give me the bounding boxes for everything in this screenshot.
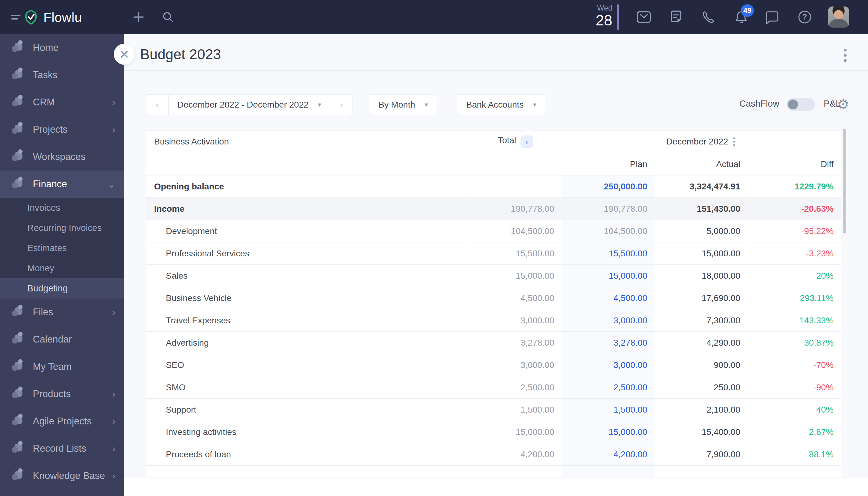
cell-actual: 15,000.00 (655, 243, 748, 265)
sidebar-subitem-money[interactable]: Money (0, 258, 124, 278)
table-header-period: December 2022 (562, 130, 841, 153)
row-name-professional-services: Professional Services (146, 243, 469, 265)
agile-projects-icon (11, 413, 26, 429)
cell-plan[interactable]: 250,000.00 (562, 175, 655, 198)
expand-total-chevron-button[interactable]: › (521, 136, 533, 148)
cell-plan[interactable]: 15,500.00 (562, 243, 655, 265)
phone-icon[interactable] (698, 0, 719, 34)
next-period-button[interactable]: › (330, 95, 352, 115)
accounts-dropdown[interactable]: Bank Accounts ▾ (456, 94, 546, 115)
notes-icon[interactable] (665, 0, 687, 34)
group-by-dropdown[interactable]: By Month ▾ (369, 94, 437, 115)
cell-plan[interactable]: 1,500.00 (562, 399, 655, 421)
sidebar-item-label: Record Lists (33, 443, 112, 454)
cell-plan[interactable]: 4,500.00 (562, 287, 655, 309)
cell-plan[interactable]: 3,000.00 (562, 354, 655, 376)
row-name-sales: Sales (146, 265, 469, 287)
chevron-down-icon: ▾ (533, 101, 536, 109)
period-header-label: December 2022 (666, 137, 728, 146)
calendar-date[interactable]: Wed 28 (586, 0, 612, 34)
sidebar-subitem-budgeting[interactable]: Budgeting (0, 278, 124, 298)
sidebar-subitem-invoices[interactable]: Invoices (0, 198, 124, 218)
workspaces-icon (11, 149, 26, 165)
sidebar-item-agile-projects[interactable]: Agile Projects› (0, 408, 124, 435)
period-label: December 2022 - December 2022 (177, 100, 308, 110)
cell-plan[interactable]: 2,500.00 (562, 376, 655, 399)
sidebar-subitem-recurring-invoices[interactable]: Recurring Invoices (0, 218, 124, 238)
report-mode-toggle[interactable] (787, 98, 815, 111)
sidebar-item-label: Calendar (33, 334, 115, 345)
notifications-bell-icon[interactable]: 49 (730, 0, 752, 34)
chevron-right-icon: › (112, 307, 115, 317)
sidebar-item-products[interactable]: Products› (0, 381, 124, 408)
cell-plan[interactable]: 15,000.00 (562, 265, 655, 287)
chat-icon[interactable] (761, 0, 783, 34)
home-icon (11, 40, 26, 56)
table-subheader-actual: Actual (655, 153, 748, 175)
user-avatar[interactable] (828, 6, 849, 28)
app-logo[interactable]: Flowlu (23, 9, 82, 26)
cell-actual: 900.00 (655, 354, 748, 376)
row-name-proceeds-of-loan: Proceeds of loan (146, 443, 469, 466)
chevron-right-icon: › (112, 97, 115, 108)
search-icon[interactable] (157, 0, 179, 34)
sidebar-subitem-estimates[interactable]: Estimates (0, 238, 124, 258)
cell-total: 15,500.00 (469, 243, 562, 265)
cell-plan[interactable]: 15,000.00 (562, 421, 655, 443)
files-icon (11, 304, 26, 320)
cell-actual: 17,690.00 (655, 287, 748, 309)
sidebar-item-finance[interactable]: Finance⌄ (0, 170, 124, 198)
chevron-down-icon: ▾ (424, 101, 428, 109)
sidebar-item-my-team[interactable]: My Team (0, 353, 124, 381)
row-name-smo: SMO (146, 376, 469, 399)
cell-plan[interactable]: 3,278.00 (562, 332, 655, 354)
settings-gear-icon[interactable]: ⚙ (834, 95, 852, 113)
sidebar-item-files[interactable]: Files› (0, 298, 124, 326)
sidebar-item-workspaces[interactable]: Workspaces (0, 143, 124, 170)
sidebar-item-projects[interactable]: Projects› (0, 116, 124, 143)
cell-total: 3,000.00 (469, 354, 562, 376)
row-name-seo: SEO (146, 354, 469, 376)
toggle-knob (788, 99, 798, 109)
cell-total: 2,500.00 (469, 376, 562, 399)
cell-diff: 1229.79% (748, 175, 841, 198)
cell-plan[interactable]: 3,000.00 (562, 309, 655, 332)
notification-count-badge: 49 (741, 4, 754, 17)
table-header-total: Total › (469, 130, 562, 175)
vertical-scrollbar-thumb[interactable] (843, 129, 846, 233)
cell-plan[interactable]: 4,200.00 (562, 443, 655, 466)
cell-total: 4,200.00 (469, 443, 562, 466)
date-weekday: Wed (586, 4, 612, 12)
cell-diff: 20% (748, 265, 841, 287)
logo-text: Flowlu (43, 10, 82, 25)
row-name-travel-expenses: Travel Expenses (146, 309, 469, 332)
period-dropdown[interactable]: December 2022 - December 2022 ▾ (168, 95, 330, 115)
close-button[interactable] (114, 44, 135, 64)
finance-submenu: InvoicesRecurring InvoicesEstimatesMoney… (0, 198, 124, 298)
sidebar-item-calendar[interactable]: Calendar (0, 326, 124, 353)
mail-icon[interactable] (633, 0, 655, 34)
svg-text:?: ? (802, 12, 807, 21)
add-button[interactable] (128, 0, 150, 34)
sidebar-item-knowledge-base[interactable]: Knowledge Base› (0, 462, 124, 490)
row-name-investing-activities: Investing activities (146, 421, 469, 443)
table-header-business-activation: Business Activation (146, 130, 469, 175)
help-icon[interactable]: ? (794, 0, 816, 34)
total-header-label: Total (498, 136, 516, 145)
sidebar-item-label: Workspaces (33, 151, 115, 162)
tasks-icon (11, 67, 26, 83)
previous-period-button[interactable]: ‹ (146, 95, 168, 115)
cell-actual: 151,430.00 (655, 198, 748, 220)
sidebar-item-home[interactable]: Home (0, 34, 124, 61)
cell-total: 4,500.00 (469, 287, 562, 309)
hamburger-menu-icon[interactable] (11, 14, 21, 20)
sidebar-item-tasks[interactable]: Tasks (0, 61, 124, 89)
sidebar-item-partial[interactable] (0, 490, 124, 496)
period-column-kebab-icon[interactable] (731, 136, 737, 148)
sidebar-item-label: Products (33, 388, 112, 400)
cell-partial-row (562, 466, 655, 477)
sidebar-item-label: Files (33, 307, 112, 318)
page-actions-kebab-icon[interactable] (838, 46, 852, 64)
sidebar-item-crm[interactable]: CRM› (0, 89, 124, 116)
sidebar-item-record-lists[interactable]: Record Lists› (0, 435, 124, 462)
